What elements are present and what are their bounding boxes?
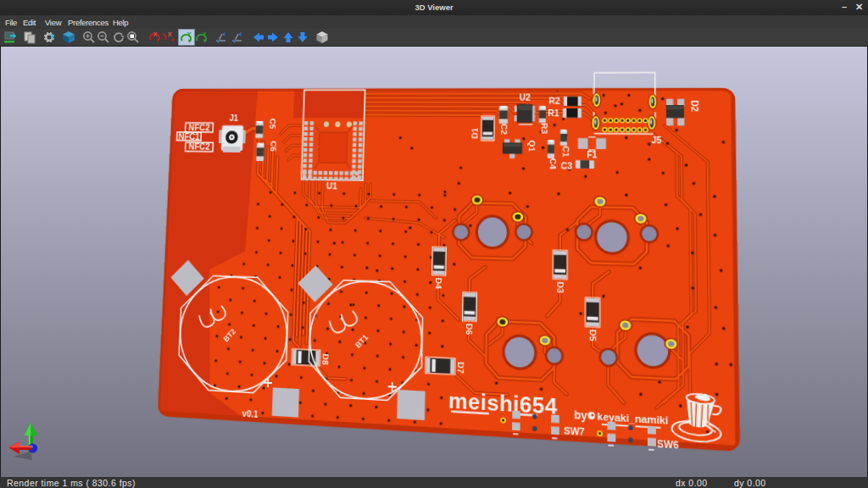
svg-text:NFC1: NFC1	[178, 131, 200, 141]
svg-text:C6: C6	[269, 141, 278, 152]
svg-text:by: by	[574, 408, 588, 421]
svg-text:C1: C1	[561, 146, 571, 157]
svg-text:C2: C2	[499, 124, 509, 135]
svg-text:C3: C3	[561, 161, 573, 171]
svg-text:C5: C5	[268, 119, 277, 130]
svg-text:X: X	[153, 31, 158, 37]
svg-text:Y: Y	[187, 31, 192, 37]
svg-text:U2: U2	[520, 93, 531, 103]
svg-text:R2: R2	[548, 97, 559, 106]
svg-text:D8: D8	[320, 353, 330, 365]
svg-text:D4: D4	[434, 277, 443, 290]
svg-text:J1: J1	[229, 114, 238, 124]
svg-text:D2: D2	[689, 100, 699, 112]
svg-text:Y: Y	[203, 31, 207, 37]
svg-text:Q1: Q1	[527, 140, 537, 152]
svg-text:D3: D3	[555, 281, 565, 293]
svg-text:F1: F1	[587, 150, 597, 160]
svg-text:NFC2: NFC2	[188, 141, 210, 152]
svg-text:D7: D7	[456, 362, 466, 374]
svg-text:SW7: SW7	[564, 425, 585, 438]
svg-text:U1: U1	[326, 180, 338, 191]
svg-text:D1: D1	[470, 128, 480, 139]
svg-text:C4: C4	[548, 158, 558, 170]
svg-text:R1: R1	[548, 108, 559, 118]
svg-text:SW6: SW6	[657, 438, 679, 451]
svg-text:D5: D5	[587, 330, 598, 341]
svg-text:J5: J5	[651, 136, 661, 146]
svg-text:D6: D6	[465, 323, 475, 335]
svg-text:v0.1: v0.1	[242, 409, 258, 420]
svg-text:X: X	[167, 31, 171, 37]
svg-text:R3: R3	[539, 123, 548, 134]
